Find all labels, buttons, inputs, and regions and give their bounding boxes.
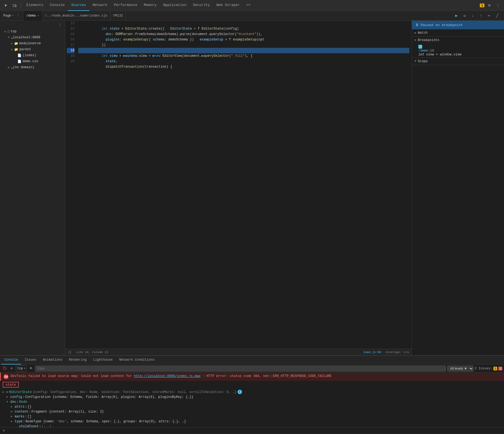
tab-network[interactable]: Network — [89, 0, 111, 11]
deactivate-btn[interactable]: ╱ — [494, 12, 501, 19]
tree-arrow-localhost: ▼ — [7, 36, 11, 39]
tree-label-moduleserve: moduleserve — [19, 42, 41, 45]
tab-more[interactable]: >> — [243, 0, 254, 11]
inspector-marks-row[interactable]: ▶ marks : [] — [2, 414, 502, 419]
tab-elements[interactable]: Elements — [23, 0, 46, 11]
tree-item-moduleserve[interactable]: ▶ 📁 moduleserve — [0, 40, 65, 46]
tab-security[interactable]: Security — [190, 0, 213, 11]
tree-item-index[interactable]: 📄 (index) — [0, 52, 65, 58]
marks-val: [] — [27, 414, 31, 419]
console-prompt-row: > — [0, 427, 504, 434]
error-message-text: DevTools failed to load source map: Coul… — [11, 374, 332, 378]
file-tab-demo-close[interactable]: ✕ — [38, 14, 39, 17]
console-filter-input[interactable] — [35, 366, 446, 372]
sidebar-header: ⋮ — [0, 22, 65, 29]
step-into-btn[interactable]: ↓ — [469, 12, 476, 19]
log-level-select[interactable]: All levels ▼ — [447, 366, 474, 372]
config-key: config — [10, 395, 22, 400]
tab-sources[interactable]: Sources — [68, 0, 89, 11]
inspector-content-row[interactable]: ▶ content : Fragment {content: Array(1),… — [2, 409, 502, 414]
file-tab-demo[interactable]: /demo ✕ — [23, 11, 42, 21]
bottom-tabs-bar: Console Issues Animations Rendering Ligh… — [0, 356, 504, 364]
ln-16: 16 — [67, 37, 74, 42]
file-tab-index-cjs[interactable]: /../node_module...name/index.cjs — [42, 11, 110, 21]
coverage-label: Coverage: n/a — [385, 351, 409, 354]
ln-15: 15 — [67, 32, 74, 37]
top-toolbar: Elements Console Sources Network Perform… — [0, 0, 504, 11]
tab-console[interactable]: Console — [46, 0, 68, 11]
step-btn[interactable]: ↪ — [486, 12, 493, 19]
filter-toggle-btn[interactable]: ⊘ — [9, 366, 15, 372]
console-input[interactable] — [7, 429, 501, 433]
inspector-doc-row[interactable]: ▼ doc : Node — [2, 400, 502, 404]
breakpoints-section: ▼ Breakpoints ✓ /demo:18 let view = wind… — [412, 37, 504, 58]
code-content[interactable]: let state = EditorState.create({ EditorS… — [76, 21, 412, 349]
tab-lighthouse[interactable]: Lighthouse — [90, 356, 116, 364]
tab-rendering[interactable]: Rendering — [66, 356, 90, 364]
context-selector[interactable]: top ▼ — [16, 366, 27, 372]
content-key: content — [15, 409, 28, 414]
tree-item-top[interactable]: ▶ □ top — [0, 29, 65, 34]
tab-webscraper[interactable]: Web Scraper — [213, 0, 243, 11]
cursor-tool-btn[interactable] — [2, 2, 10, 9]
code-line-13: let state = EditorState.create({ EditorS… — [78, 21, 409, 26]
code-status-bar: {} Line 18, Column 12 load.js:68 Coverag… — [65, 349, 412, 355]
type-arrow: ▶ — [11, 419, 15, 424]
tab-performance[interactable]: Performance — [111, 0, 141, 11]
error-link[interactable]: http://localhost:8080/index.js.map — [134, 374, 201, 378]
root-info-icon[interactable]: i — [238, 390, 242, 394]
page-section[interactable]: Page » ⋮ — [1, 11, 23, 21]
tree-item-parent[interactable]: ▶ 📁 parent — [0, 46, 65, 52]
breakpoint-item[interactable]: ✓ /demo:18 let view = window.view — [412, 44, 504, 58]
tab-issues[interactable]: Issues — [21, 356, 39, 364]
inspector-root-row[interactable]: ◀ ◀ ▼ EditorState {config: Configuration… — [2, 390, 502, 395]
file-tree-sidebar: ⋮ ▶ □ top ▼ ☁ localhost:8080 ▶ 📁 modules… — [0, 21, 65, 355]
doc-key: doc — [10, 400, 16, 404]
file-tab-vm132[interactable]: VM132 — [110, 11, 126, 21]
inspector-type-row[interactable]: ▶ type : NodeType {name: 'doc', schema: … — [2, 419, 502, 424]
code-line-17 — [78, 42, 409, 48]
more-options-btn[interactable]: ⋮ — [494, 2, 502, 9]
bp-checkbox[interactable]: ✓ — [418, 45, 422, 49]
tab-console-bottom[interactable]: Console — [1, 356, 21, 364]
inspector-childcount-row[interactable]: childCount : (...) — [2, 424, 502, 427]
eye-btn[interactable]: 👁 — [28, 366, 34, 372]
console-output: 14 DevTools failed to load source map: C… — [0, 373, 504, 427]
tree-item-nodomain[interactable]: ▶ ☁ (no domain) — [0, 64, 65, 70]
bp-file-label: /demo:18 — [418, 49, 501, 53]
tab-application[interactable]: Application — [160, 0, 190, 11]
device-toggle-btn[interactable] — [11, 2, 18, 9]
tab-animations[interactable]: Animations — [40, 356, 66, 364]
code-line-18: let view = ▶window.view = ▶new EditorVie… — [78, 48, 409, 53]
ln-13: 13 — [67, 21, 74, 26]
marks-arrow: ▶ — [11, 414, 15, 419]
error-text-after: : HTTP error: status code 404, net::ERR_… — [203, 374, 332, 378]
tree-item-democss[interactable]: 📄 demo.css — [0, 58, 65, 64]
err-badge: 1 — [498, 367, 502, 370]
tree-label-democss: demo.css — [23, 59, 38, 63]
tab-network-conditions[interactable]: Network conditions — [116, 356, 158, 364]
sidebar-options-btn[interactable]: ⋮ — [57, 23, 63, 27]
tree-item-localhost[interactable]: ▼ ☁ localhost:8080 — [0, 34, 65, 40]
page-section-more-btn[interactable]: » — [12, 14, 14, 17]
line-numbers: 13 14 15 16 17 18 19 20 — [65, 21, 76, 349]
inspector-attrs-row[interactable]: ▶ attrs : {} — [2, 404, 502, 409]
tree-label-parent: parent — [19, 48, 31, 51]
file-icon-democss: 📄 — [17, 59, 21, 64]
ln-18: 18 — [67, 48, 74, 53]
coverage-link[interactable]: load.js:68 — [363, 351, 381, 354]
content-arrow: ▶ — [11, 409, 15, 414]
settings-btn[interactable]: ⚙ — [486, 2, 493, 9]
clear-console-btn[interactable]: 🚫 — [2, 366, 8, 372]
scope-header[interactable]: ▼ Scope — [412, 58, 504, 65]
page-section-dots-btn[interactable]: ⋮ — [15, 13, 21, 18]
main-tab-bar: Elements Console Sources Network Perform… — [23, 0, 479, 11]
tab-memory[interactable]: Memory — [141, 0, 160, 11]
watch-header[interactable]: ▶ Watch — [412, 29, 504, 36]
step-out-btn[interactable]: ↑ — [477, 12, 484, 19]
breakpoints-header[interactable]: ▼ Breakpoints — [412, 37, 504, 44]
step-over-btn[interactable]: ↺ — [461, 12, 468, 19]
resume-btn[interactable]: ▶ — [453, 12, 460, 19]
inspector-config-row[interactable]: ▶ config : Configuration {schema: Schema… — [2, 395, 502, 400]
svg-rect-1 — [15, 5, 16, 7]
